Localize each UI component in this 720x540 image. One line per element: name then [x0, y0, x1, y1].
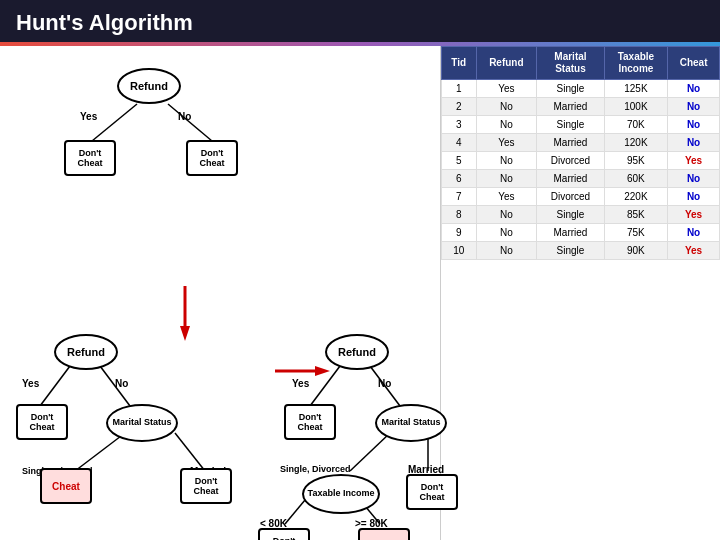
- cell-taxable: 85K: [604, 206, 667, 224]
- cell-refund: No: [476, 224, 537, 242]
- tree-container: Refund Yes No Don't Cheat Don't Cheat: [10, 56, 440, 540]
- table-row: 4 Yes Married 120K No: [442, 134, 720, 152]
- cell-tid: 1: [442, 80, 477, 98]
- table-row: 6 No Married 60K No: [442, 170, 720, 188]
- cell-tid: 2: [442, 98, 477, 116]
- cell-refund: Yes: [476, 134, 537, 152]
- cell-tid: 8: [442, 206, 477, 224]
- cell-cheat: No: [668, 224, 720, 242]
- cell-refund: Yes: [476, 188, 537, 206]
- cell-cheat: No: [668, 98, 720, 116]
- svg-line-14: [350, 433, 390, 471]
- svg-line-7: [168, 104, 212, 141]
- col-cheat: Cheat: [668, 47, 720, 80]
- cell-marital: Divorced: [537, 188, 604, 206]
- cell-refund: No: [476, 242, 537, 260]
- dont-cheat-node-2: Don't Cheat: [186, 140, 238, 176]
- cell-marital: Divorced: [537, 152, 604, 170]
- dont-cheat-node-3: Don't Cheat: [16, 404, 68, 440]
- cell-taxable: 75K: [604, 224, 667, 242]
- cell-cheat: Yes: [668, 206, 720, 224]
- cell-taxable: 120K: [604, 134, 667, 152]
- table-row: 7 Yes Divorced 220K No: [442, 188, 720, 206]
- dont-cheat-node-6: Don't Cheat: [406, 474, 458, 510]
- cheat-node-2: Cheat: [358, 528, 410, 540]
- table-row: 10 No Single 90K Yes: [442, 242, 720, 260]
- dont-cheat-node-4: Don't Cheat: [180, 468, 232, 504]
- cell-marital: Married: [537, 224, 604, 242]
- cell-tid: 4: [442, 134, 477, 152]
- cell-taxable: 220K: [604, 188, 667, 206]
- tree-area: Refund Yes No Don't Cheat Don't Cheat: [0, 46, 440, 540]
- col-refund: Refund: [476, 47, 537, 80]
- cell-cheat: No: [668, 134, 720, 152]
- cheat-node-1: Cheat: [40, 468, 92, 504]
- cell-cheat: No: [668, 80, 720, 98]
- cell-marital: Married: [537, 98, 604, 116]
- cell-cheat: No: [668, 116, 720, 134]
- cell-tid: 10: [442, 242, 477, 260]
- page-title: Hunt's Algorithm: [16, 10, 193, 35]
- page: Hunt's Algorithm: [0, 0, 720, 540]
- cell-taxable: 100K: [604, 98, 667, 116]
- dont-cheat-node-5: Don't Cheat: [284, 404, 336, 440]
- dont-cheat-node-1: Don't Cheat: [64, 140, 116, 176]
- dont-cheat-node-7: Don't Cheat: [258, 528, 310, 540]
- refund-node-1: Refund: [117, 68, 181, 104]
- col-marital: MaritalStatus: [537, 47, 604, 80]
- cell-marital: Single: [537, 80, 604, 98]
- table-row: 8 No Single 85K Yes: [442, 206, 720, 224]
- cell-taxable: 70K: [604, 116, 667, 134]
- table-row: 9 No Married 75K No: [442, 224, 720, 242]
- taxable-income-node: Taxable Income: [302, 474, 380, 514]
- svg-line-12: [310, 366, 340, 406]
- cell-refund: No: [476, 152, 537, 170]
- cell-tid: 9: [442, 224, 477, 242]
- svg-line-8: [40, 366, 70, 406]
- yes-label-3: Yes: [292, 378, 309, 389]
- svg-line-6: [92, 104, 137, 141]
- cell-marital: Single: [537, 242, 604, 260]
- cell-tid: 5: [442, 152, 477, 170]
- cell-marital: Married: [537, 134, 604, 152]
- cell-cheat: Yes: [668, 242, 720, 260]
- cell-taxable: 125K: [604, 80, 667, 98]
- col-tid: Tid: [442, 47, 477, 80]
- yes-label-1: Yes: [80, 111, 97, 122]
- cell-refund: No: [476, 116, 537, 134]
- cell-marital: Single: [537, 206, 604, 224]
- table-row: 1 Yes Single 125K No: [442, 80, 720, 98]
- no-label-2: No: [115, 378, 128, 389]
- cell-marital: Single: [537, 116, 604, 134]
- refund-node-3: Refund: [325, 334, 389, 370]
- no-label-3: No: [378, 378, 391, 389]
- cell-taxable: 90K: [604, 242, 667, 260]
- cell-refund: No: [476, 206, 537, 224]
- cell-tid: 6: [442, 170, 477, 188]
- cell-refund: No: [476, 98, 537, 116]
- cell-refund: Yes: [476, 80, 537, 98]
- cell-tid: 7: [442, 188, 477, 206]
- cell-cheat: No: [668, 188, 720, 206]
- svg-marker-3: [180, 326, 190, 341]
- cell-cheat: Yes: [668, 152, 720, 170]
- data-table: Tid Refund MaritalStatus TaxableIncome C…: [441, 46, 720, 260]
- refund-node-2: Refund: [54, 334, 118, 370]
- no-label-1: No: [178, 111, 191, 122]
- cell-taxable: 95K: [604, 152, 667, 170]
- table-area: Tid Refund MaritalStatus TaxableIncome C…: [440, 46, 720, 540]
- marital-status-node-1: Marital Status: [106, 404, 178, 442]
- cell-cheat: No: [668, 170, 720, 188]
- cell-refund: No: [476, 170, 537, 188]
- cell-marital: Married: [537, 170, 604, 188]
- col-taxable: TaxableIncome: [604, 47, 667, 80]
- cell-tid: 3: [442, 116, 477, 134]
- table-row: 3 No Single 70K No: [442, 116, 720, 134]
- cell-taxable: 60K: [604, 170, 667, 188]
- yes-label-2: Yes: [22, 378, 39, 389]
- single-divorced-label-2: Single, Divorced: [280, 464, 351, 474]
- table-row: 5 No Divorced 95K Yes: [442, 152, 720, 170]
- table-row: 2 No Married 100K No: [442, 98, 720, 116]
- svg-marker-5: [315, 366, 330, 376]
- title-bar: Hunt's Algorithm: [0, 0, 720, 46]
